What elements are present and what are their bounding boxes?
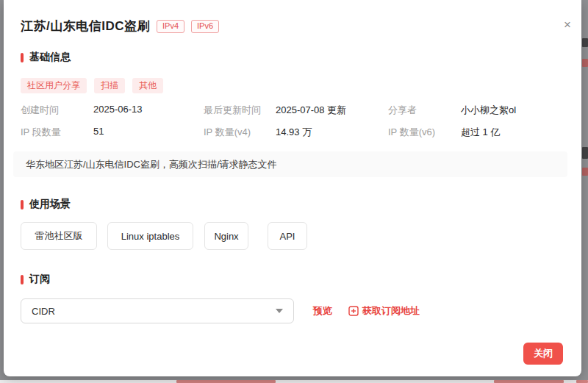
get-subscription-url-label: 获取订阅地址: [362, 304, 420, 318]
info-fields: 创建时间 2025-06-13 最后更新时间 2025-07-08 更新 分享者…: [21, 104, 564, 148]
background-fragment: [582, 168, 588, 176]
field-value: 14.93 万: [276, 126, 388, 148]
page-title: 江苏/山东电信IDC盗刷: [21, 18, 150, 35]
field-value: 51: [93, 126, 204, 148]
scenario-button-nginx[interactable]: Nginx: [204, 222, 248, 250]
field-label: 创建时间: [21, 104, 93, 126]
basic-info-title: 基础信息: [29, 51, 71, 64]
section-bar-icon: [21, 200, 24, 210]
field-value: 小小柳之絮ol: [461, 104, 564, 126]
background-fragment: [582, 59, 588, 67]
field-label: IP 段数量: [21, 126, 93, 148]
subscribe-controls: CIDR 预览 获取订阅地址: [21, 298, 420, 323]
field-value: 2025-07-08 更新: [276, 104, 388, 126]
field-label: 最后更新时间: [204, 104, 276, 126]
tag-other: 其他: [132, 78, 163, 93]
preview-link[interactable]: 预览: [313, 304, 332, 318]
field-value: 超过 1 亿: [461, 126, 564, 148]
field-label: IP 数量(v6): [388, 126, 461, 148]
field-value: 2025-06-13: [93, 104, 204, 126]
scenarios-section-header: 使用场景: [21, 198, 71, 211]
background-page-strip: [0, 380, 588, 383]
ipv4-badge: IPv4: [157, 20, 184, 33]
background-fragment: [582, 147, 588, 159]
tag-scan: 扫描: [94, 78, 125, 93]
field-label: IP 数量(v4): [204, 126, 276, 148]
format-dropdown[interactable]: CIDR: [21, 298, 294, 323]
scenarios-title: 使用场景: [29, 198, 71, 211]
background-fragment: [176, 380, 276, 383]
chevron-down-icon: [276, 309, 283, 313]
scenario-button-linux-iptables[interactable]: Linux iptables: [107, 222, 193, 250]
get-subscription-url-link[interactable]: 获取订阅地址: [348, 304, 420, 318]
close-icon[interactable]: ×: [560, 18, 575, 32]
background-fragment: [494, 380, 564, 383]
background-fragment: [576, 380, 588, 383]
plus-square-icon: [348, 306, 359, 316]
section-bar-icon: [21, 275, 24, 284]
subscribe-section-header: 订阅: [21, 273, 50, 286]
basic-info-section-header: 基础信息: [21, 51, 71, 64]
section-bar-icon: [21, 53, 24, 62]
scenario-buttons: 雷池社区版 Linux iptables Nginx API: [21, 222, 307, 250]
tags-row: 社区用户分享 扫描 其他: [21, 78, 171, 93]
ipv6-badge: IPv6: [191, 20, 219, 33]
subscription-detail-modal: × 江苏/山东电信IDC盗刷 IPv4 IPv6 基础信息 社区用户分享 扫描 …: [4, 0, 581, 376]
background-fragment: [582, 38, 588, 47]
tag-community-share: 社区用户分享: [21, 78, 87, 93]
close-button[interactable]: 关闭: [523, 343, 563, 365]
scenario-button-safeline[interactable]: 雷池社区版: [21, 222, 97, 250]
subscribe-title: 订阅: [29, 273, 50, 286]
description-box: 华东地区江苏/山东电信IDC盗刷，高频次扫描/请求静态文件: [13, 151, 567, 177]
modal-header: 江苏/山东电信IDC盗刷 IPv4 IPv6: [21, 18, 219, 35]
field-label: 分享者: [388, 104, 461, 126]
scenario-button-api[interactable]: API: [268, 222, 307, 250]
format-dropdown-value: CIDR: [32, 306, 276, 317]
